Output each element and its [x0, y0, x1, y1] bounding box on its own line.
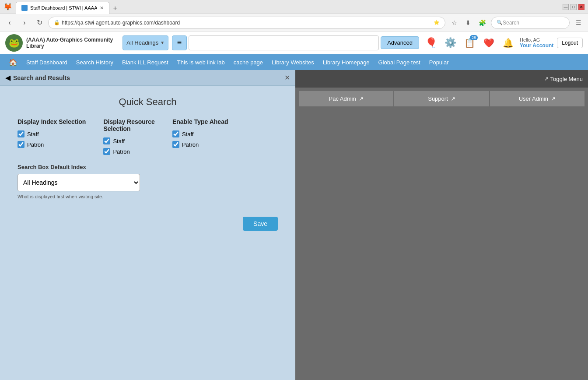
panel-title: Search and Results [13, 74, 70, 81]
type-ahead-staff-label: Staff [182, 131, 194, 137]
browser-search-placeholder: Search [503, 20, 519, 26]
dashboard-buttons: Pac Admin ↗ Support ↗ User Admin ↗ [295, 88, 588, 110]
dropdown-chevron-icon: ▼ [160, 40, 164, 45]
user-admin-button[interactable]: User Admin ↗ [490, 91, 584, 106]
downloads-button[interactable]: ⬇ [462, 17, 474, 29]
panel-close-button[interactable]: ✕ [284, 74, 290, 82]
notification-badge: 28 [470, 35, 478, 40]
enable-type-ahead-group: Enable Type Ahead Staff Patron [172, 118, 228, 155]
display-resource-patron-label: Patron [113, 148, 130, 155]
nav-global-page-test[interactable]: Global Page test [375, 57, 424, 67]
new-tab-button[interactable]: + [109, 3, 120, 14]
nav-cache-page[interactable]: cache page [230, 57, 266, 67]
save-button[interactable]: Save [243, 217, 278, 231]
app-header: 🐸 (AAAA) Auto-Graphics Community Library… [0, 32, 588, 54]
home-nav-item[interactable]: 🏠 [5, 56, 21, 68]
display-resource-patron-row[interactable]: Patron [103, 148, 155, 155]
quick-search-title: Quick Search [18, 96, 278, 108]
display-resource-group: Display ResourceSelection Staff Patron [103, 118, 155, 155]
bookmarks-button[interactable]: ☆ [448, 17, 460, 29]
settings-icon[interactable]: ⚙️ [443, 35, 458, 51]
logout-button[interactable]: Logout [557, 38, 583, 48]
search-input[interactable] [189, 35, 379, 50]
options-row: Display Index Selection Staff Patron Dis… [18, 118, 278, 155]
display-index-staff-checkbox[interactable] [18, 130, 24, 137]
search-results-panel: ◀ Search and Results ✕ Quick Search Disp… [0, 70, 295, 380]
nav-search-history[interactable]: Search History [73, 57, 117, 67]
window-minimize-button[interactable]: — [563, 4, 569, 10]
url-bar[interactable]: 🔒 https://qa-stwi-agent.auto-graphics.co… [48, 17, 445, 29]
display-index-patron-checkbox[interactable] [18, 141, 24, 148]
default-index-label: Search Box Default Index [18, 164, 278, 170]
default-index-select[interactable]: All Headings Author Title Subject Keywor… [18, 174, 140, 191]
expand-icon: ↗ [544, 76, 549, 82]
nav-popular[interactable]: Popular [426, 57, 452, 67]
account-label[interactable]: Your Account [520, 42, 553, 49]
display-resource-patron-checkbox[interactable] [103, 148, 110, 155]
type-ahead-staff-checkbox[interactable] [172, 130, 179, 137]
display-resource-staff-label: Staff [113, 138, 125, 144]
tab-close-button[interactable]: ✕ [100, 5, 104, 11]
panel-body: Quick Search Display Index Selection Sta… [0, 86, 295, 210]
header-right: 🎈 ⚙️ 📋 28 ❤️ 🔔 Hello, AG Your Account Lo… [424, 35, 583, 51]
org-logo: 🐸 [5, 34, 23, 52]
type-ahead-patron-row[interactable]: Patron [172, 141, 228, 148]
display-resource-title: Display ResourceSelection [103, 118, 155, 132]
external-link-icon: ↗ [551, 95, 556, 102]
external-link-icon: ↗ [451, 95, 455, 102]
type-ahead-patron-label: Patron [182, 141, 199, 148]
org-name: (AAAA) Auto-Graphics Community Library [26, 37, 113, 49]
menu-button[interactable]: ☰ [572, 17, 584, 29]
nav-blank-ill[interactable]: Blank ILL Request [119, 57, 172, 67]
reload-button[interactable]: ↻ [33, 17, 46, 29]
window-maximize-button[interactable]: □ [570, 4, 577, 10]
address-bar: ‹ › ↻ 🔒 https://qa-stwi-agent.auto-graph… [0, 14, 588, 32]
nav-library-websites[interactable]: Library Websites [268, 57, 318, 67]
main-content: ◀ Search and Results ✕ Quick Search Disp… [0, 70, 588, 380]
nav-library-homepage[interactable]: Library Homepage [319, 57, 373, 67]
back-arrow-icon[interactable]: ◀ [5, 74, 10, 82]
hint-text: What is displayed first when visiting si… [18, 194, 278, 199]
display-index-title: Display Index Selection [18, 118, 86, 125]
type-ahead-patron-checkbox[interactable] [172, 141, 179, 148]
advanced-button[interactable]: Advanced [381, 36, 419, 49]
forward-button[interactable]: › [18, 17, 31, 29]
nav-staff-dashboard[interactable]: Staff Dashboard [23, 57, 71, 67]
tab-title: Staff Dashboard | STWI | AAAA [30, 5, 97, 11]
title-bar: 🦊 Staff Dashboard | STWI | AAAA ✕ + — □ … [0, 0, 588, 14]
display-resource-staff-checkbox[interactable] [103, 137, 110, 144]
support-button[interactable]: Support ↗ [394, 91, 489, 106]
default-index-section: Search Box Default Index All Headings Au… [18, 164, 278, 199]
logo-area: 🐸 (AAAA) Auto-Graphics Community Library [5, 34, 113, 52]
browser-search-box[interactable]: 🔍 Search [491, 17, 570, 29]
toggle-menu-button[interactable]: ↗ Toggle Menu [544, 76, 583, 82]
window-close-button[interactable]: ✕ [578, 4, 584, 10]
panel-header: ◀ Search and Results ✕ [0, 70, 295, 86]
url-text: https://qa-stwi-agent.auto-graphics.com/… [62, 20, 432, 26]
heart-icon[interactable]: ❤️ [481, 35, 497, 51]
display-index-group: Display Index Selection Staff Patron [18, 118, 86, 155]
display-index-staff-row[interactable]: Staff [18, 130, 86, 137]
toggle-menu-bar: ↗ Toggle Menu [295, 70, 588, 88]
display-index-staff-label: Staff [27, 131, 39, 137]
account-area: Hello, AG Your Account [520, 37, 553, 49]
hot-air-balloon-icon[interactable]: 🎈 [424, 35, 439, 51]
nav-web-link-lab[interactable]: This is web link lab [174, 57, 228, 67]
type-ahead-staff-row[interactable]: Staff [172, 130, 228, 137]
nav-bar: 🏠 Staff Dashboard Search History Blank I… [0, 54, 588, 70]
search-stack-icon[interactable]: ≡ [172, 35, 187, 50]
list-icon[interactable]: 📋 28 [462, 35, 478, 51]
pac-admin-button[interactable]: Pac Admin ↗ [299, 91, 393, 106]
right-panel: ↗ Toggle Menu Pac Admin ↗ Support ↗ User… [295, 70, 588, 380]
browser-tab[interactable]: Staff Dashboard | STWI | AAAA ✕ [16, 2, 109, 14]
enable-type-ahead-title: Enable Type Ahead [172, 118, 228, 125]
extensions-button[interactable]: 🧩 [476, 17, 488, 29]
save-btn-row: Save [0, 210, 295, 231]
display-index-patron-label: Patron [27, 141, 44, 148]
display-resource-staff-row[interactable]: Staff [103, 137, 155, 144]
bell-icon[interactable]: 🔔 [500, 35, 516, 51]
search-type-label: All Headings [126, 39, 158, 46]
back-button[interactable]: ‹ [4, 17, 16, 29]
display-index-patron-row[interactable]: Patron [18, 141, 86, 148]
search-type-dropdown[interactable]: All Headings ▼ [122, 35, 168, 50]
